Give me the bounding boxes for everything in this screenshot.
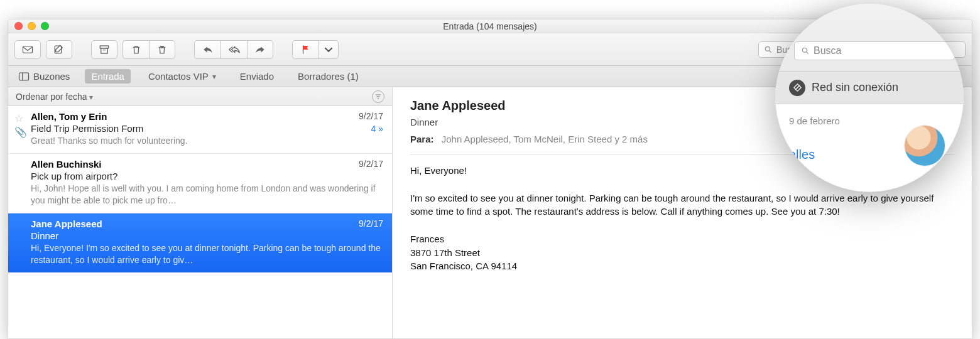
magnifier-toolbar: Busca bbox=[775, 4, 964, 72]
window-close-button[interactable] bbox=[14, 22, 23, 30]
reader-to-label: Para: bbox=[410, 134, 434, 144]
junk-icon bbox=[156, 44, 168, 55]
sent-label: Enviado bbox=[240, 71, 274, 82]
delete-group bbox=[122, 40, 175, 59]
message-date: 9/2/17 bbox=[359, 159, 383, 170]
flag-group bbox=[292, 40, 339, 59]
reply-all-icon bbox=[229, 44, 240, 55]
window-controls bbox=[14, 22, 49, 30]
inbox-tab[interactable]: Entrada bbox=[85, 69, 131, 83]
forward-icon bbox=[254, 44, 266, 55]
trash-icon bbox=[131, 44, 142, 55]
inbox-label: Entrada bbox=[91, 71, 124, 82]
message-snippet: Great! Thanks so much for volunteering. bbox=[31, 135, 383, 147]
svg-rect-5 bbox=[19, 73, 29, 80]
message-list-pane: Ordenar por fecha ☆📎Allen, Tom y Erin9/2… bbox=[8, 87, 393, 338]
message-from: Allen, Tom y Erin bbox=[31, 111, 107, 122]
svg-point-4 bbox=[765, 46, 770, 51]
message-from: Jane Appleseed bbox=[31, 218, 102, 229]
compose-icon bbox=[53, 44, 65, 55]
magnifier-avatar[interactable] bbox=[905, 126, 945, 166]
search-icon bbox=[801, 46, 810, 55]
reply-all-button[interactable] bbox=[220, 40, 247, 59]
magnifier-offline-label: Red sin conexión bbox=[812, 81, 898, 94]
mailboxes-button[interactable]: Buzones bbox=[14, 69, 74, 84]
reader-to-people: John Appleseed, Tom McNeil, Erin Steed y… bbox=[442, 134, 648, 144]
offline-icon bbox=[789, 80, 805, 96]
drafts-tab[interactable]: Borradores (1) bbox=[291, 69, 365, 83]
search-icon bbox=[764, 45, 773, 54]
star-icon[interactable]: ☆ bbox=[14, 112, 23, 124]
envelope-icon bbox=[22, 44, 33, 55]
magnifier-date: 9 de febrero bbox=[789, 116, 950, 126]
mailboxes-label: Buzones bbox=[33, 71, 70, 82]
reader-from: Jane Appleseed bbox=[410, 99, 506, 113]
attachment-icon: 📎 bbox=[14, 126, 27, 138]
message-subject: Dinner bbox=[31, 230, 58, 241]
svg-rect-0 bbox=[23, 46, 33, 53]
vip-label: Contactos VIP bbox=[148, 71, 209, 82]
reply-button[interactable] bbox=[194, 40, 220, 59]
get-mail-button[interactable] bbox=[14, 40, 41, 59]
archive-icon bbox=[99, 44, 110, 55]
forward-button[interactable] bbox=[247, 40, 273, 59]
message-date: 9/2/17 bbox=[359, 111, 383, 122]
message-row[interactable]: Allen Buchinski9/2/17Pick up from airpor… bbox=[8, 154, 392, 213]
message-from: Allen Buchinski bbox=[31, 159, 102, 170]
message-row[interactable]: Jane Appleseed9/2/17DinnerHi, Everyone! … bbox=[8, 213, 392, 273]
message-snippet: Hi, John! Hope all is well with you. I a… bbox=[31, 183, 383, 207]
message-snippet: Hi, Everyone! I'm so excited to see you … bbox=[31, 242, 383, 266]
flag-button[interactable] bbox=[292, 40, 318, 59]
reply-group bbox=[194, 40, 273, 59]
sidebar-icon bbox=[18, 71, 30, 82]
vip-tab[interactable]: Contactos VIP bbox=[142, 69, 222, 83]
magnifier-search-field[interactable]: Busca bbox=[794, 41, 955, 60]
filter-button[interactable] bbox=[372, 90, 384, 103]
chevron-down-icon bbox=[324, 45, 333, 54]
svg-point-6 bbox=[802, 48, 807, 52]
compose-button[interactable] bbox=[46, 40, 72, 59]
reply-icon bbox=[202, 44, 214, 55]
drafts-label: Borradores (1) bbox=[298, 71, 359, 82]
window-minimize-button[interactable] bbox=[28, 22, 36, 30]
magnifier-offline-indicator[interactable]: Red sin conexión bbox=[775, 72, 964, 104]
window-zoom-button[interactable] bbox=[41, 22, 49, 30]
flag-menu-button[interactable] bbox=[318, 40, 339, 59]
message-subject: Pick up from airport? bbox=[31, 171, 117, 181]
flag-icon bbox=[300, 44, 312, 55]
thread-count[interactable]: 4 » bbox=[371, 124, 383, 134]
sort-label: Ordenar por fecha bbox=[16, 92, 93, 102]
message-date: 9/2/17 bbox=[359, 218, 383, 229]
junk-button[interactable] bbox=[149, 40, 175, 59]
magnifier-search-placeholder: Busca bbox=[814, 45, 841, 56]
message-subject: Field Trip Permission Form bbox=[31, 123, 143, 134]
message-list[interactable]: ☆📎Allen, Tom y Erin9/2/17Field Trip Perm… bbox=[8, 106, 392, 338]
message-row[interactable]: ☆📎Allen, Tom y Erin9/2/17Field Trip Perm… bbox=[8, 106, 392, 154]
delete-button[interactable] bbox=[122, 40, 149, 59]
archive-button[interactable] bbox=[91, 40, 117, 59]
magnifier-overlay: Busca Red sin conexión 9 de febrero alle… bbox=[775, 4, 964, 192]
sort-header[interactable]: Ordenar por fecha bbox=[8, 87, 392, 106]
svg-rect-3 bbox=[101, 48, 108, 53]
sent-tab[interactable]: Enviado bbox=[234, 69, 280, 83]
filter-icon bbox=[374, 93, 382, 100]
